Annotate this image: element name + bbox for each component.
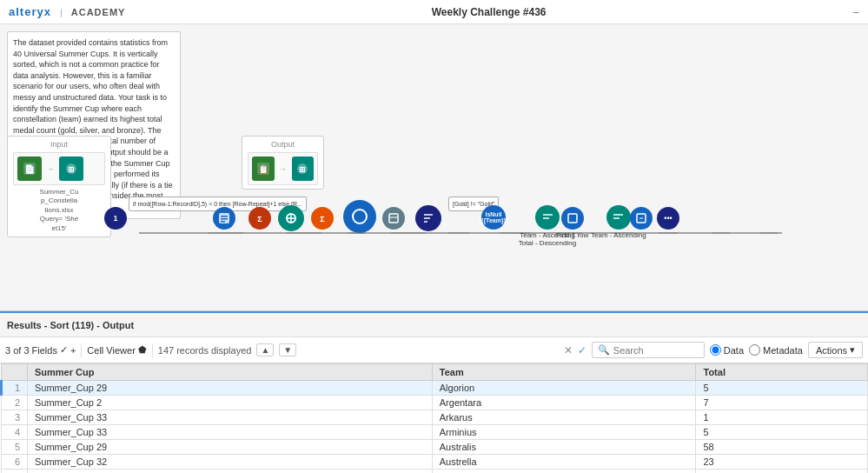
input-label: Input (13, 140, 105, 149)
node-icon-join[interactable] (343, 200, 376, 233)
logo-divider: | (60, 7, 63, 17)
input-tool-icon-1[interactable]: 📄 (17, 157, 42, 181)
fields-selector[interactable]: 3 of 3 Fields ✓ + (5, 344, 76, 356)
header: alteryx | ACADEMY Weekly Challenge #436 … (0, 0, 868, 24)
data-radio[interactable] (710, 344, 721, 356)
sample-icon[interactable] (561, 207, 584, 230)
cell-record: 4 (2, 425, 28, 440)
isnull-label: IsNull [{{Team}}] (478, 210, 508, 224)
table-wrapper: Summer Cup Team Total 1Summer_Cup 29Algo… (0, 363, 868, 473)
output-inner: 📋 → ⊞ (248, 152, 318, 185)
nav-up-button[interactable]: ▲ (256, 343, 274, 356)
input-inner: 📄 → ⊞ (13, 152, 105, 185)
table-row: 6Summer_Cup 32Austrella23 (2, 455, 868, 470)
cell-team: Austrella (432, 455, 696, 470)
workflow-node-join[interactable] (343, 200, 376, 233)
workflow-node-4[interactable] (278, 205, 304, 231)
node-icon-sort1[interactable] (415, 205, 441, 231)
node-isnull-icon[interactable]: IsNull [{{Team}}] (481, 205, 506, 230)
metadata-radio-label[interactable]: Metadata (749, 344, 803, 356)
table-body: 1Summer_Cup 29Algorion52Summer_Cup 2Arge… (2, 381, 868, 474)
search-box[interactable]: 🔍 (592, 342, 705, 358)
svg-rect-37 (568, 214, 577, 223)
table-row: 1Summer_Cup 29Algorion5 (2, 381, 868, 396)
cell-viewer-label: Cell Viewer (87, 345, 135, 356)
node-icon-2[interactable] (213, 207, 235, 230)
filter-clear-button[interactable]: ✕ (564, 344, 573, 356)
workflow-node-3[interactable]: Σ (248, 207, 271, 230)
output-icon[interactable] (630, 207, 653, 230)
metadata-radio[interactable] (749, 344, 760, 356)
col-team: Team (432, 364, 696, 381)
cell-team: Algorion (432, 381, 696, 396)
cell-summer-cup: Summer_Cup 32 (28, 455, 433, 470)
cell-record: 7 (2, 470, 28, 474)
cell-summer-cup: Summer_Cup 33 (28, 425, 433, 440)
svg-point-29 (353, 210, 367, 223)
node-icon-4[interactable] (278, 205, 304, 231)
output-tool-icon-2[interactable]: ⊞ (292, 157, 315, 181)
search-icon: 🔍 (598, 344, 610, 356)
results-title: Results - Sort (119) - Output (7, 320, 134, 330)
output-tool-icon-1[interactable]: 📋 (252, 157, 275, 181)
cell-team: Arminius (432, 425, 696, 440)
node-icon-5[interactable]: Σ (311, 207, 334, 230)
data-radio-label[interactable]: Data (710, 344, 744, 356)
svg-rect-30 (389, 214, 398, 223)
workflow-node-sort1[interactable] (415, 205, 441, 231)
cell-record: 5 (2, 440, 28, 455)
final-icon[interactable]: ••• (657, 207, 679, 230)
fields-check-icon: ✓ (60, 344, 68, 356)
cell-summer-cup: Summer_Cup 33 (28, 410, 433, 425)
results-panel: Results - Sort (119) - Output 3 of 3 Fie… (0, 311, 868, 473)
output-label: Output (248, 140, 318, 149)
sample-label: First 1 row (556, 231, 588, 239)
sort-icon-2[interactable] (606, 205, 631, 230)
table-row: 4Summer_Cup 33Arminius5 (2, 425, 868, 440)
cell-summer-cup: Summer_Cup 29 (28, 381, 433, 396)
final-node[interactable]: ••• (657, 207, 679, 230)
search-input[interactable] (613, 345, 699, 356)
svg-rect-22 (221, 218, 228, 220)
cell-total: 18 (696, 470, 868, 474)
logo: alteryx | ACADEMY (9, 5, 125, 18)
output-node[interactable] (630, 207, 653, 230)
input-tool-icon-2[interactable]: ⊞ (59, 157, 83, 181)
col-record (2, 364, 28, 381)
output-box: Output 📋 → ⊞ (242, 136, 324, 190)
workflow-node-6[interactable] (382, 207, 405, 230)
cell-total: 5 (696, 381, 868, 396)
minimize-button[interactable]: − (852, 5, 859, 19)
workflow-node-1[interactable]: 1 (104, 207, 127, 230)
workflow-node-2[interactable] (213, 207, 235, 230)
node-icon-1[interactable]: 1 (104, 207, 127, 230)
actions-button[interactable]: Actions ▾ (808, 342, 863, 358)
nav-down-button[interactable]: ▼ (279, 343, 296, 356)
node-icon-3[interactable]: Σ (248, 207, 271, 230)
col-total: Total (696, 364, 868, 381)
node-icon-6[interactable] (382, 207, 405, 230)
workflow-node-5[interactable]: Σ (311, 207, 334, 230)
data-radio-text: Data (724, 345, 744, 356)
cell-viewer-icon: ⬟ (138, 344, 147, 356)
svg-text:Σ: Σ (257, 215, 262, 223)
sort-label-2: Team - Ascending (591, 231, 646, 239)
table-row: 7Summer_Cup 37Azurian18 (2, 470, 868, 474)
cell-record: 2 (2, 396, 28, 410)
cell-total: 23 (696, 455, 868, 470)
cell-team: Australis (432, 440, 696, 455)
sample-node[interactable]: First 1 row (556, 207, 588, 239)
radio-group: Data Metadata (710, 344, 803, 356)
cell-total: 7 (696, 396, 868, 410)
academy-text: ACADEMY (71, 7, 126, 17)
svg-text:📄: 📄 (24, 163, 36, 175)
cell-viewer[interactable]: Cell Viewer ⬟ (87, 344, 146, 356)
cell-total: 5 (696, 425, 868, 440)
isnull-node[interactable]: IsNull [{{Team}}] (481, 205, 506, 230)
fields-label: 3 of 3 Fields (5, 345, 57, 356)
cell-summer-cup: Summer_Cup 29 (28, 440, 433, 455)
svg-rect-21 (221, 216, 228, 217)
filter-check-button[interactable]: ✓ (578, 344, 586, 356)
cell-team: Arkarus (432, 410, 696, 425)
records-count: 147 records displayed (158, 345, 252, 356)
